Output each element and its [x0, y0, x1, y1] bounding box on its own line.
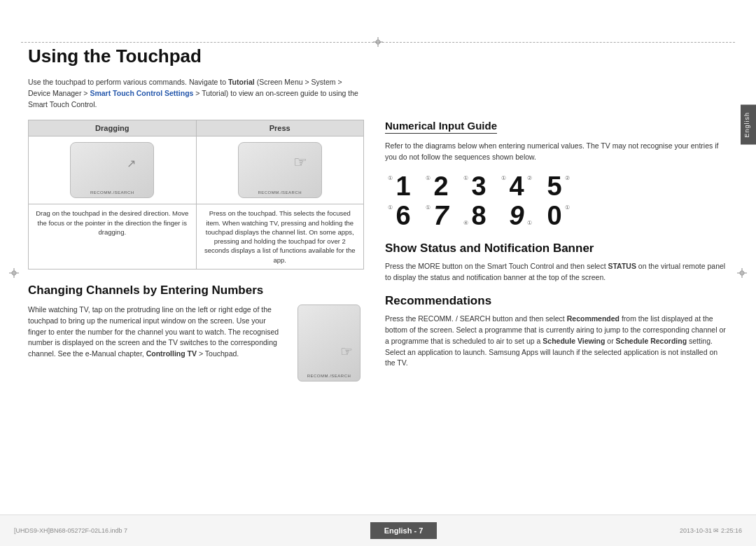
digit-6: ① 6: [385, 202, 421, 229]
digit-2: ① 2: [423, 173, 459, 200]
status-text-part1: Press the MORE button on the Smart Touch…: [385, 262, 608, 270]
digit-3: ① 3: [461, 173, 497, 200]
show-status-heading: Show Status and Notification Banner: [385, 241, 728, 255]
right-column: Numerical Input Guide Refer to the diagr…: [385, 120, 728, 382]
numerical-input-description: Refer to the diagrams below when enterin…: [385, 141, 728, 163]
digit-row-1: ① 1 ① 2 ① 3 ①: [385, 173, 728, 200]
channels-remote-image: ☞ RECOMM./SEARCH: [298, 304, 360, 382]
recommendations-section: Recommendations Press the RECOMM. / SEAR…: [385, 294, 728, 369]
drag-touchpad-image: ↗ RECOMM./SEARCH: [70, 142, 154, 198]
press-image-cell: ☞ RECOMM./SEARCH: [197, 136, 364, 204]
numerical-input-section: Numerical Input Guide Refer to the diagr…: [385, 120, 728, 229]
drag-arrow-icon: ↗: [127, 157, 136, 170]
numerical-input-heading: Numerical Input Guide: [385, 120, 497, 134]
channels-image: ☞ RECOMM./SEARCH: [294, 304, 364, 382]
crosshair-right-icon: [736, 267, 748, 279]
two-column-layout: Dragging Press ↗ RECOMM./SEARCH ☞: [28, 120, 728, 382]
show-status-section: Show Status and Notification Banner Pres…: [385, 241, 728, 284]
channels-text: While watching TV, tap on the protruding…: [28, 304, 280, 382]
bottom-right-date: 2013-10-31 ✉ 2:25:16: [680, 527, 742, 534]
intro-text-start: Use the touchpad to perform various comm…: [28, 78, 228, 86]
drag-press-header: Dragging Press: [29, 120, 363, 136]
digit-9: ① 9: [498, 202, 535, 229]
changing-channels-section: Changing Channels by Entering Numbers Wh…: [28, 284, 364, 382]
left-column: Dragging Press ↗ RECOMM./SEARCH ☞: [28, 120, 364, 382]
channels-image-label: RECOMM./SEARCH: [307, 374, 351, 378]
recommendations-text: Press the RECOMM. / SEARCH button and th…: [385, 314, 728, 369]
channels-layout: While watching TV, tap on the protruding…: [28, 304, 364, 382]
show-status-text: Press the MORE button on the Smart Touch…: [385, 261, 728, 284]
status-bold-status: STATUS: [608, 262, 636, 270]
press-finger-icon: ☞: [293, 153, 307, 172]
main-content: Using the Touchpad Use the touchpad to p…: [28, 46, 728, 511]
drag-caption: Drag on the touchpad in the desired dire…: [29, 204, 197, 269]
drag-press-images: ↗ RECOMM./SEARCH ☞ RECOMM./SEARCH: [29, 136, 363, 204]
rec-bold-recommended: Recommended: [567, 314, 620, 323]
digit-1: ① 1: [385, 173, 421, 200]
rec-text-start: Press the RECOMM. / SEARCH button and th…: [385, 314, 567, 323]
intro-bold-settings: Smart Touch Control Settings: [90, 89, 193, 97]
bottom-left-text: [UHDS9-XH]BN68-05272F-02L16.indb 7: [14, 527, 127, 534]
channels-text-end: > Touchpad.: [199, 349, 239, 358]
digit-8: ④ 8: [461, 202, 497, 229]
intro-bold-tutorial: Tutorial: [228, 78, 255, 86]
bottom-center-page: English - 7: [370, 522, 438, 539]
drag-press-table: Dragging Press ↗ RECOMM./SEARCH ☞: [28, 120, 364, 270]
channels-bold-controlling: Controlling TV: [146, 349, 197, 358]
digit-7: ① 7: [423, 202, 459, 229]
press-label: RECOMM./SEARCH: [258, 190, 302, 195]
drag-label: RECOMM./SEARCH: [90, 190, 134, 195]
page-container: English Using the Touchpad Use the touch…: [0, 0, 756, 546]
bottom-bar: [UHDS9-XH]BN68-05272F-02L16.indb 7 Engli…: [0, 514, 756, 546]
page-title: Using the Touchpad: [28, 46, 728, 67]
digit-row-2: ① 6 ① 7 ④ 8 ①: [385, 202, 728, 229]
rec-bold-schedule-recording: Schedule Recording: [616, 337, 687, 345]
channels-finger-icon: ☞: [340, 343, 353, 360]
drag-column-header: Dragging: [29, 120, 197, 136]
english-tab-label: English: [743, 112, 750, 138]
press-touchpad-image: ☞ RECOMM./SEARCH: [238, 142, 322, 198]
numerical-digit-grid: ① 1 ① 2 ① 3 ①: [385, 173, 728, 229]
rec-bold-schedule-viewing: Schedule Viewing: [542, 337, 605, 345]
digit-4: ① ② 4: [498, 173, 535, 200]
recommendations-heading: Recommendations: [385, 294, 728, 308]
changing-channels-heading: Changing Channels by Entering Numbers: [28, 284, 364, 298]
crosshair-left-icon: [8, 267, 20, 279]
press-column-header: Press: [197, 120, 364, 136]
english-tab: English: [741, 105, 756, 145]
drag-press-captions: Drag on the touchpad in the desired dire…: [29, 204, 363, 269]
digit-5: ② 5: [536, 173, 573, 200]
intro-paragraph: Use the touchpad to perform various comm…: [28, 77, 364, 110]
drag-image-cell: ↗ RECOMM./SEARCH: [29, 136, 197, 204]
digit-0: ① 0: [536, 202, 573, 229]
press-caption: Press on the touchpad. This selects the …: [197, 204, 364, 269]
rec-text-mid2: or: [607, 337, 615, 345]
